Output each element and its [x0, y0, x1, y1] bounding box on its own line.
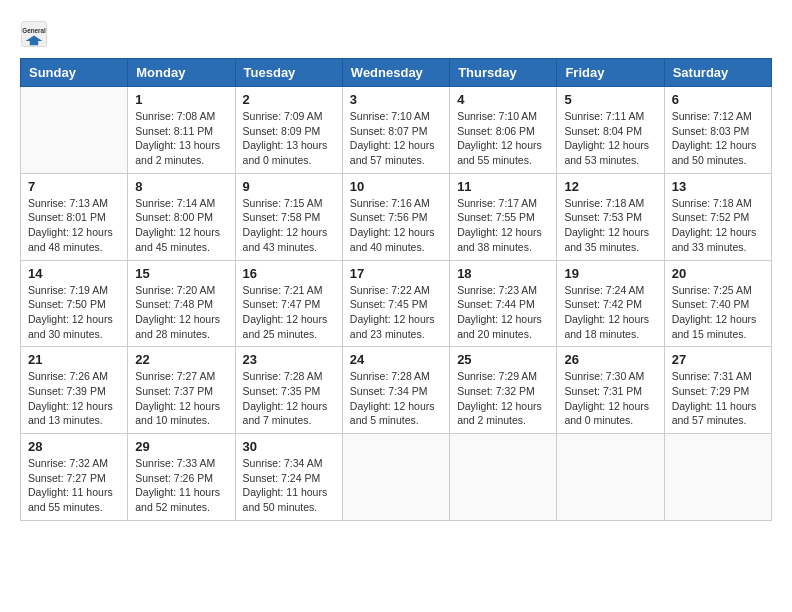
calendar-cell: 19Sunrise: 7:24 AMSunset: 7:42 PMDayligh…	[557, 260, 664, 347]
calendar-cell: 5Sunrise: 7:11 AMSunset: 8:04 PMDaylight…	[557, 87, 664, 174]
day-info: Sunrise: 7:26 AMSunset: 7:39 PMDaylight:…	[28, 369, 120, 428]
day-number: 21	[28, 352, 120, 367]
day-info: Sunrise: 7:10 AMSunset: 8:06 PMDaylight:…	[457, 109, 549, 168]
day-number: 5	[564, 92, 656, 107]
day-number: 19	[564, 266, 656, 281]
header-wednesday: Wednesday	[342, 59, 449, 87]
calendar-cell: 27Sunrise: 7:31 AMSunset: 7:29 PMDayligh…	[664, 347, 771, 434]
logo: General	[20, 20, 52, 48]
day-info: Sunrise: 7:10 AMSunset: 8:07 PMDaylight:…	[350, 109, 442, 168]
day-number: 24	[350, 352, 442, 367]
calendar-cell: 2Sunrise: 7:09 AMSunset: 8:09 PMDaylight…	[235, 87, 342, 174]
header-saturday: Saturday	[664, 59, 771, 87]
day-number: 11	[457, 179, 549, 194]
calendar-cell: 15Sunrise: 7:20 AMSunset: 7:48 PMDayligh…	[128, 260, 235, 347]
calendar-cell: 14Sunrise: 7:19 AMSunset: 7:50 PMDayligh…	[21, 260, 128, 347]
day-info: Sunrise: 7:15 AMSunset: 7:58 PMDaylight:…	[243, 196, 335, 255]
day-info: Sunrise: 7:24 AMSunset: 7:42 PMDaylight:…	[564, 283, 656, 342]
logo-icon: General	[20, 20, 48, 48]
day-number: 26	[564, 352, 656, 367]
calendar-cell	[664, 434, 771, 521]
calendar-cell: 25Sunrise: 7:29 AMSunset: 7:32 PMDayligh…	[450, 347, 557, 434]
day-info: Sunrise: 7:28 AMSunset: 7:35 PMDaylight:…	[243, 369, 335, 428]
week-row-2: 7Sunrise: 7:13 AMSunset: 8:01 PMDaylight…	[21, 173, 772, 260]
calendar-cell: 8Sunrise: 7:14 AMSunset: 8:00 PMDaylight…	[128, 173, 235, 260]
day-info: Sunrise: 7:11 AMSunset: 8:04 PMDaylight:…	[564, 109, 656, 168]
day-number: 25	[457, 352, 549, 367]
calendar-cell: 13Sunrise: 7:18 AMSunset: 7:52 PMDayligh…	[664, 173, 771, 260]
calendar-cell: 24Sunrise: 7:28 AMSunset: 7:34 PMDayligh…	[342, 347, 449, 434]
day-info: Sunrise: 7:25 AMSunset: 7:40 PMDaylight:…	[672, 283, 764, 342]
day-info: Sunrise: 7:30 AMSunset: 7:31 PMDaylight:…	[564, 369, 656, 428]
day-info: Sunrise: 7:29 AMSunset: 7:32 PMDaylight:…	[457, 369, 549, 428]
day-number: 12	[564, 179, 656, 194]
day-number: 16	[243, 266, 335, 281]
calendar-cell: 21Sunrise: 7:26 AMSunset: 7:39 PMDayligh…	[21, 347, 128, 434]
header-thursday: Thursday	[450, 59, 557, 87]
calendar-cell	[450, 434, 557, 521]
day-number: 1	[135, 92, 227, 107]
day-info: Sunrise: 7:12 AMSunset: 8:03 PMDaylight:…	[672, 109, 764, 168]
day-number: 15	[135, 266, 227, 281]
day-number: 22	[135, 352, 227, 367]
calendar-cell	[21, 87, 128, 174]
day-info: Sunrise: 7:31 AMSunset: 7:29 PMDaylight:…	[672, 369, 764, 428]
day-info: Sunrise: 7:19 AMSunset: 7:50 PMDaylight:…	[28, 283, 120, 342]
day-info: Sunrise: 7:34 AMSunset: 7:24 PMDaylight:…	[243, 456, 335, 515]
day-info: Sunrise: 7:14 AMSunset: 8:00 PMDaylight:…	[135, 196, 227, 255]
calendar-cell: 23Sunrise: 7:28 AMSunset: 7:35 PMDayligh…	[235, 347, 342, 434]
calendar-cell: 4Sunrise: 7:10 AMSunset: 8:06 PMDaylight…	[450, 87, 557, 174]
day-number: 6	[672, 92, 764, 107]
day-info: Sunrise: 7:22 AMSunset: 7:45 PMDaylight:…	[350, 283, 442, 342]
day-info: Sunrise: 7:32 AMSunset: 7:27 PMDaylight:…	[28, 456, 120, 515]
calendar-cell: 22Sunrise: 7:27 AMSunset: 7:37 PMDayligh…	[128, 347, 235, 434]
day-number: 4	[457, 92, 549, 107]
day-info: Sunrise: 7:08 AMSunset: 8:11 PMDaylight:…	[135, 109, 227, 168]
day-number: 9	[243, 179, 335, 194]
day-info: Sunrise: 7:18 AMSunset: 7:53 PMDaylight:…	[564, 196, 656, 255]
calendar-cell: 18Sunrise: 7:23 AMSunset: 7:44 PMDayligh…	[450, 260, 557, 347]
day-number: 27	[672, 352, 764, 367]
day-number: 28	[28, 439, 120, 454]
calendar-cell: 30Sunrise: 7:34 AMSunset: 7:24 PMDayligh…	[235, 434, 342, 521]
calendar-cell: 1Sunrise: 7:08 AMSunset: 8:11 PMDaylight…	[128, 87, 235, 174]
calendar-cell: 9Sunrise: 7:15 AMSunset: 7:58 PMDaylight…	[235, 173, 342, 260]
header-friday: Friday	[557, 59, 664, 87]
calendar-cell: 26Sunrise: 7:30 AMSunset: 7:31 PMDayligh…	[557, 347, 664, 434]
calendar-cell: 20Sunrise: 7:25 AMSunset: 7:40 PMDayligh…	[664, 260, 771, 347]
day-info: Sunrise: 7:28 AMSunset: 7:34 PMDaylight:…	[350, 369, 442, 428]
header-tuesday: Tuesday	[235, 59, 342, 87]
week-row-4: 21Sunrise: 7:26 AMSunset: 7:39 PMDayligh…	[21, 347, 772, 434]
day-number: 13	[672, 179, 764, 194]
calendar-cell: 3Sunrise: 7:10 AMSunset: 8:07 PMDaylight…	[342, 87, 449, 174]
svg-text:General: General	[22, 27, 46, 34]
day-number: 17	[350, 266, 442, 281]
calendar-cell	[342, 434, 449, 521]
calendar-header-row: SundayMondayTuesdayWednesdayThursdayFrid…	[21, 59, 772, 87]
week-row-3: 14Sunrise: 7:19 AMSunset: 7:50 PMDayligh…	[21, 260, 772, 347]
day-number: 30	[243, 439, 335, 454]
calendar-table: SundayMondayTuesdayWednesdayThursdayFrid…	[20, 58, 772, 521]
week-row-5: 28Sunrise: 7:32 AMSunset: 7:27 PMDayligh…	[21, 434, 772, 521]
day-number: 10	[350, 179, 442, 194]
calendar-cell: 16Sunrise: 7:21 AMSunset: 7:47 PMDayligh…	[235, 260, 342, 347]
calendar-cell: 7Sunrise: 7:13 AMSunset: 8:01 PMDaylight…	[21, 173, 128, 260]
day-info: Sunrise: 7:21 AMSunset: 7:47 PMDaylight:…	[243, 283, 335, 342]
day-number: 14	[28, 266, 120, 281]
day-number: 8	[135, 179, 227, 194]
day-number: 20	[672, 266, 764, 281]
day-number: 2	[243, 92, 335, 107]
day-info: Sunrise: 7:23 AMSunset: 7:44 PMDaylight:…	[457, 283, 549, 342]
calendar-cell	[557, 434, 664, 521]
week-row-1: 1Sunrise: 7:08 AMSunset: 8:11 PMDaylight…	[21, 87, 772, 174]
calendar-cell: 29Sunrise: 7:33 AMSunset: 7:26 PMDayligh…	[128, 434, 235, 521]
day-info: Sunrise: 7:13 AMSunset: 8:01 PMDaylight:…	[28, 196, 120, 255]
day-info: Sunrise: 7:20 AMSunset: 7:48 PMDaylight:…	[135, 283, 227, 342]
calendar-cell: 17Sunrise: 7:22 AMSunset: 7:45 PMDayligh…	[342, 260, 449, 347]
calendar-cell: 12Sunrise: 7:18 AMSunset: 7:53 PMDayligh…	[557, 173, 664, 260]
day-info: Sunrise: 7:27 AMSunset: 7:37 PMDaylight:…	[135, 369, 227, 428]
day-number: 23	[243, 352, 335, 367]
day-info: Sunrise: 7:09 AMSunset: 8:09 PMDaylight:…	[243, 109, 335, 168]
page-header: General	[20, 20, 772, 48]
calendar-cell: 28Sunrise: 7:32 AMSunset: 7:27 PMDayligh…	[21, 434, 128, 521]
